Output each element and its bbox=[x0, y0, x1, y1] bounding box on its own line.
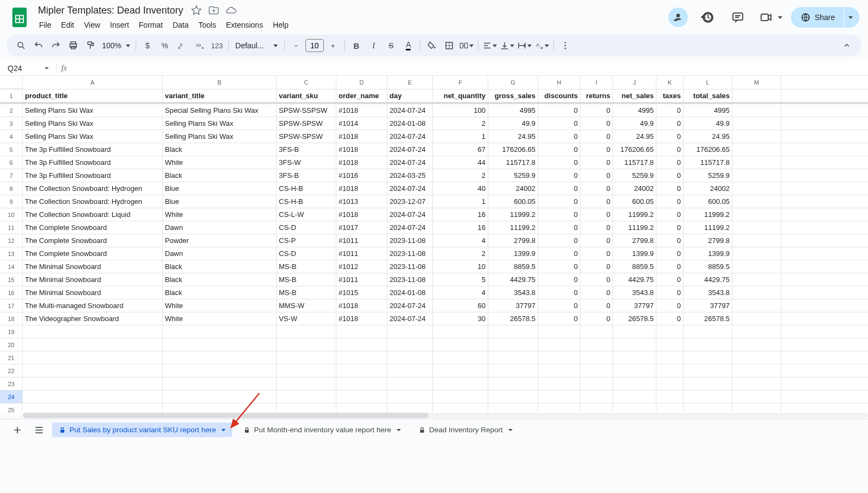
formula-input[interactable] bbox=[71, 64, 868, 72]
cell[interactable] bbox=[684, 390, 732, 403]
horizontal-scrollbar[interactable] bbox=[23, 412, 868, 419]
cell[interactable]: 0 bbox=[538, 104, 580, 117]
cell[interactable]: 0 bbox=[538, 130, 580, 143]
row-header[interactable]: 9 bbox=[0, 195, 23, 208]
cell[interactable]: 600.05 bbox=[684, 195, 732, 208]
row-header[interactable]: 22 bbox=[0, 364, 23, 377]
cell[interactable] bbox=[23, 351, 163, 364]
cell[interactable]: 0 bbox=[580, 286, 613, 299]
cell[interactable]: 2023-11-08 bbox=[387, 260, 433, 273]
row-header[interactable]: 23 bbox=[0, 377, 23, 390]
cell[interactable] bbox=[23, 390, 163, 403]
cell[interactable]: #1011 bbox=[336, 247, 387, 260]
cell[interactable]: 600.05 bbox=[488, 195, 538, 208]
cell[interactable] bbox=[538, 338, 580, 351]
cell[interactable] bbox=[684, 364, 732, 377]
cell[interactable]: 4995 bbox=[613, 104, 656, 117]
cell[interactable]: discounts bbox=[538, 89, 580, 102]
cell[interactable] bbox=[656, 364, 684, 377]
cell[interactable]: gross_sales bbox=[488, 89, 538, 102]
cell[interactable]: #1018 bbox=[336, 312, 387, 325]
column-header[interactable]: E bbox=[387, 76, 433, 89]
row-header[interactable]: 16 bbox=[0, 286, 23, 299]
cell[interactable] bbox=[732, 260, 781, 273]
chevron-down-icon[interactable] bbox=[508, 429, 513, 431]
cell[interactable] bbox=[613, 351, 656, 364]
cell[interactable]: 0 bbox=[580, 104, 613, 117]
cell[interactable]: 2 bbox=[433, 247, 488, 260]
cell[interactable]: 0 bbox=[580, 130, 613, 143]
cell[interactable] bbox=[387, 338, 433, 351]
text-color-button[interactable]: A bbox=[400, 37, 417, 54]
cell[interactable]: 49.9 bbox=[488, 117, 538, 130]
cell[interactable] bbox=[656, 325, 684, 338]
cell[interactable]: The Collection Snowboard: Hydrogen bbox=[23, 195, 163, 208]
cell[interactable] bbox=[336, 377, 387, 390]
cell[interactable]: variant_title bbox=[163, 89, 277, 102]
cell[interactable]: 4429.75 bbox=[488, 273, 538, 286]
cell[interactable] bbox=[538, 325, 580, 338]
cell[interactable]: 0 bbox=[538, 169, 580, 182]
cell[interactable]: 0 bbox=[538, 247, 580, 260]
cell[interactable] bbox=[163, 351, 277, 364]
cell[interactable] bbox=[732, 89, 781, 102]
row-header[interactable]: 4 bbox=[0, 130, 23, 143]
cell[interactable]: 2024-01-08 bbox=[387, 286, 433, 299]
currency-button[interactable]: $ bbox=[139, 37, 156, 54]
menu-tools[interactable]: Tools bbox=[194, 18, 221, 31]
column-header[interactable]: F bbox=[433, 76, 488, 89]
font-size-increase[interactable]: + bbox=[325, 37, 341, 54]
column-header[interactable]: L bbox=[684, 76, 732, 89]
menu-extensions[interactable]: Extensions bbox=[221, 18, 267, 31]
cell[interactable] bbox=[488, 390, 538, 403]
cell[interactable]: 24.95 bbox=[488, 130, 538, 143]
cell[interactable]: 0 bbox=[538, 286, 580, 299]
cell[interactable] bbox=[433, 351, 488, 364]
column-header[interactable]: H bbox=[538, 76, 580, 89]
cell[interactable]: 4995 bbox=[488, 104, 538, 117]
cell[interactable] bbox=[277, 404, 336, 412]
cell[interactable] bbox=[538, 377, 580, 390]
cell[interactable]: #1014 bbox=[336, 117, 387, 130]
cell[interactable]: #1018 bbox=[336, 143, 387, 156]
column-header[interactable]: I bbox=[580, 76, 613, 89]
cell[interactable] bbox=[732, 195, 781, 208]
cell[interactable]: The Minimal Snowboard bbox=[23, 273, 163, 286]
cell[interactable]: 0 bbox=[538, 117, 580, 130]
column-header[interactable]: C bbox=[277, 76, 336, 89]
decrease-decimal-icon[interactable]: .0 bbox=[174, 37, 190, 54]
cell[interactable]: 11999.2 bbox=[684, 208, 732, 221]
merge-cells-button[interactable] bbox=[458, 37, 475, 54]
cell[interactable] bbox=[732, 286, 781, 299]
cell[interactable]: 11199.2 bbox=[613, 221, 656, 234]
cell[interactable]: 0 bbox=[656, 234, 684, 247]
cell[interactable]: 2024-07-24 bbox=[387, 143, 433, 156]
cell[interactable]: 1399.9 bbox=[613, 247, 656, 260]
cell[interactable] bbox=[732, 182, 781, 195]
cell[interactable]: White bbox=[163, 208, 277, 221]
cell[interactable] bbox=[656, 390, 684, 403]
cell[interactable]: Selling Plans Ski Wax bbox=[23, 117, 163, 130]
cell[interactable]: 30 bbox=[433, 312, 488, 325]
cell[interactable] bbox=[613, 377, 656, 390]
cell[interactable]: 0 bbox=[580, 195, 613, 208]
cell[interactable]: 0 bbox=[656, 208, 684, 221]
cell[interactable]: 24002 bbox=[613, 182, 656, 195]
cell[interactable] bbox=[580, 351, 613, 364]
percent-button[interactable]: % bbox=[157, 37, 173, 54]
cell[interactable]: Selling Plans Ski Wax bbox=[23, 130, 163, 143]
menu-data[interactable]: Data bbox=[168, 18, 193, 31]
cell[interactable] bbox=[732, 312, 781, 325]
cell[interactable]: 2024-07-24 bbox=[387, 299, 433, 312]
cell[interactable]: 0 bbox=[580, 221, 613, 234]
cell[interactable]: 11199.2 bbox=[684, 221, 732, 234]
cell[interactable]: 2024-07-24 bbox=[387, 130, 433, 143]
cell[interactable] bbox=[277, 338, 336, 351]
paint-format-icon[interactable] bbox=[82, 37, 99, 54]
bold-button[interactable]: B bbox=[348, 37, 365, 54]
cell[interactable]: 0 bbox=[656, 221, 684, 234]
comments-icon[interactable] bbox=[727, 7, 749, 28]
cell[interactable]: Blue bbox=[163, 195, 277, 208]
cell[interactable]: Black bbox=[163, 260, 277, 273]
cell[interactable] bbox=[732, 156, 781, 169]
